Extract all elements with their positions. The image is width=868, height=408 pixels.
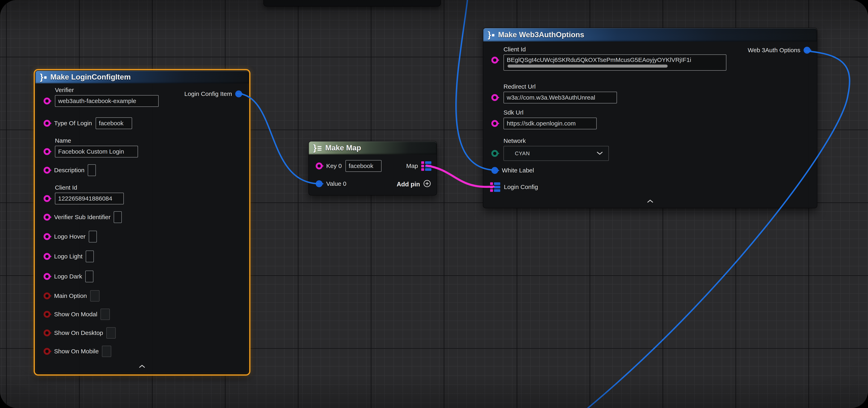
pin-label: Logo Hover — [54, 233, 86, 240]
pin-label: Show On Mobile — [54, 348, 99, 355]
checkbox-show-on-modal[interactable] — [100, 309, 110, 320]
make-struct-icon: } — [40, 73, 46, 81]
make-map-icon: } — [313, 144, 321, 152]
pin-row-show-on-mobile: Show On Mobile — [35, 345, 249, 358]
map-pin-row — [490, 182, 500, 185]
pin-label: Show On Modal — [54, 311, 97, 318]
text-input-verifier-sub-identifier[interactable] — [114, 211, 122, 223]
node-header[interactable]: } Make LoginConfigItem — [35, 71, 249, 83]
pin-label: Sdk Url — [503, 109, 817, 116]
text-input-key-0[interactable]: facebook — [345, 160, 381, 172]
blueprint-canvas[interactable]: } Make LoginConfigItem Verifierweb3auth-… — [0, 0, 868, 408]
node-make-loginconfigitem[interactable]: } Make LoginConfigItem Verifierweb3auth-… — [35, 70, 249, 374]
pin-label: Description — [54, 167, 85, 174]
pin-field-network: NetworkCYAN — [503, 137, 817, 161]
text-input-logo-light[interactable] — [86, 250, 94, 262]
text-input-client-id[interactable]: BEglQSgt4cUWcj6SKRdu5QkOXTsePmMcusG5EAoy… — [503, 55, 726, 71]
add-pin-label: Add pin — [397, 181, 420, 188]
input-pin-logo-light[interactable] — [43, 253, 51, 260]
input-value: Facebook Custom Login — [58, 148, 124, 155]
input-pin-sdk-url[interactable] — [491, 120, 498, 127]
checkbox-show-on-desktop[interactable] — [106, 327, 116, 339]
pin-label: Logo Light — [54, 253, 83, 260]
text-input-redirect-url[interactable]: w3a://com.w3a.Web3AuthUnreal — [503, 92, 617, 103]
map-pin-row — [490, 189, 500, 192]
screenshot-stage: } Make LoginConfigItem Verifierweb3auth-… — [0, 0, 868, 408]
output-pin-label: Map — [406, 163, 418, 169]
input-scrollbar[interactable] — [507, 65, 668, 68]
input-pin-show-on-desktop[interactable] — [43, 330, 51, 336]
pin-label: Login Config — [504, 183, 538, 191]
checkbox-show-on-mobile[interactable] — [102, 346, 111, 357]
pin-row-type-of-login: Type Of Loginfacebook — [35, 117, 249, 129]
pin-row-description: Description — [35, 164, 249, 176]
input-pin-client-id[interactable] — [491, 57, 498, 64]
partial-node-offscreen[interactable] — [264, 0, 441, 6]
pin-label: Main Option — [54, 293, 87, 299]
map-key-chip — [490, 189, 493, 192]
input-pin-show-on-mobile[interactable] — [43, 348, 51, 355]
text-input-logo-hover[interactable] — [89, 231, 97, 242]
input-value: 1222658941886084 — [58, 195, 112, 202]
pin-label: Network — [503, 137, 817, 144]
output-pin-label: Login Config Item — [184, 91, 232, 97]
text-input-sdk-url[interactable]: https://sdk.openlogin.com — [503, 117, 597, 129]
map-key-chip — [490, 182, 493, 185]
input-pin-network[interactable] — [491, 150, 498, 157]
node-make-map[interactable]: } Make Map Key 0facebookValue 0MapAdd pi… — [308, 141, 437, 196]
map-key-chip — [421, 161, 424, 164]
pin-row-login-config: Login Config — [483, 181, 817, 193]
text-input-verifier[interactable]: web3auth-facebook-example — [55, 95, 159, 107]
text-input-name[interactable]: Facebook Custom Login — [55, 146, 138, 158]
input-pin-show-on-modal[interactable] — [43, 311, 51, 318]
text-input-type-of-login[interactable]: facebook — [96, 117, 132, 129]
map-pin-row — [421, 161, 431, 164]
pin-row-logo-hover: Logo Hover — [35, 231, 249, 243]
input-pin-logo-hover[interactable] — [43, 233, 51, 240]
input-pin-description[interactable] — [43, 167, 51, 174]
node-make-web3authoptions[interactable]: } Make Web3AuthOptions Client IdBEglQSgt… — [483, 28, 817, 208]
node-header[interactable]: } Make Web3AuthOptions — [483, 28, 817, 41]
collapse-node-control[interactable] — [35, 364, 249, 369]
pin-row-show-on-modal: Show On Modal — [35, 308, 249, 320]
input-value: https://sdk.openlogin.com — [507, 120, 576, 127]
pin-label: Type Of Login — [54, 120, 92, 127]
input-pin-main-option[interactable] — [43, 293, 51, 299]
pin-row-verifier-sub-identifier: Verifier Sub Identifier — [35, 211, 249, 223]
input-pin-name[interactable] — [43, 148, 51, 155]
pin-row-redirect-url: Redirect Urlw3a://com.w3a.Web3AuthUnreal — [483, 83, 817, 103]
pin-row-main-option: Main Option — [35, 290, 249, 302]
text-input-description[interactable] — [88, 164, 96, 176]
pin-label: Name — [55, 137, 249, 144]
text-input-client-id[interactable]: 1222658941886084 — [55, 193, 124, 204]
checkbox-main-option[interactable] — [90, 290, 99, 302]
pin-row-name: NameFacebook Custom Login — [35, 137, 249, 158]
pin-label: Client Id — [55, 184, 249, 191]
input-pin-verifier[interactable] — [43, 98, 51, 104]
collapse-node-control[interactable] — [483, 199, 817, 204]
map-value-chip — [494, 186, 500, 189]
make-struct-icon: } — [488, 31, 494, 39]
input-pin-redirect-url[interactable] — [491, 94, 498, 101]
dropdown-value: CYAN — [515, 150, 530, 157]
input-pin-key-0[interactable] — [316, 163, 322, 169]
input-value: facebook — [99, 120, 124, 127]
pin-label: Verifier Sub Identifier — [54, 214, 111, 220]
pin-label: White Label — [502, 167, 534, 174]
pin-field-sdk-url: Sdk Urlhttps://sdk.openlogin.com — [503, 109, 817, 129]
pin-label: Logo Dark — [54, 273, 82, 280]
input-pin-verifier-sub-identifier[interactable] — [43, 214, 51, 220]
output-pin-web-3auth-options[interactable] — [804, 47, 810, 54]
input-pin-type-of-login[interactable] — [43, 120, 51, 127]
input-pin-client-id[interactable] — [43, 195, 51, 202]
network-dropdown[interactable]: CYAN — [503, 146, 609, 161]
output-row-login-config-item: Login Config Item — [184, 88, 242, 100]
pin-row-sdk-url: Sdk Urlhttps://sdk.openlogin.com — [483, 109, 817, 129]
chevron-down-icon — [596, 150, 603, 157]
text-input-logo-dark[interactable] — [85, 271, 93, 282]
input-value: web3auth-facebook-example — [58, 98, 136, 104]
pin-row-logo-dark: Logo Dark — [35, 270, 249, 282]
add-pin-button[interactable]: Add pin — [397, 178, 431, 191]
input-pin-logo-dark[interactable] — [43, 273, 51, 280]
node-header[interactable]: } Make Map — [309, 141, 437, 155]
